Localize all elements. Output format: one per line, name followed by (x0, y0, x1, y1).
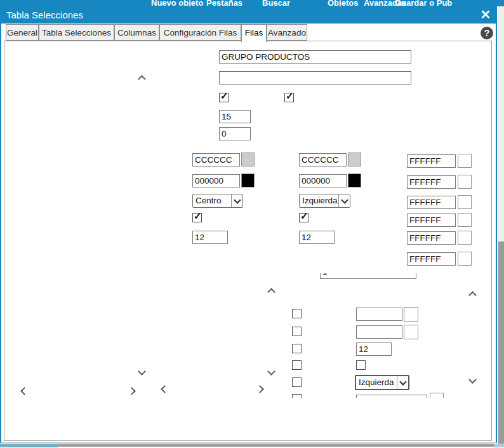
toolbar-item-guardar-o-pub[interactable]: Guardar o Pub (395, 0, 452, 6)
borde-izquierdo-input[interactable] (407, 175, 456, 189)
tab-filas[interactable]: Filas (241, 24, 267, 42)
dialog-title: Tabla Selecciones (6, 10, 83, 20)
borde-inferior-input[interactable] (407, 214, 456, 227)
visible-checkbox[interactable]: ✓ (284, 93, 294, 102)
fmt-clipped-swatch (430, 393, 444, 398)
borde-superior-swatch (458, 154, 472, 168)
tab-general[interactable]: General (6, 24, 39, 41)
borde-derecho-input[interactable] (407, 196, 456, 209)
col-alineacion-select[interactable]: Centro (192, 194, 243, 208)
tab-columnas[interactable]: Columnas (114, 24, 159, 41)
fmt-color-texto-input[interactable] (356, 325, 402, 339)
fmt-color-texto-checkbox[interactable] (292, 327, 302, 336)
col-alto-texto-input[interactable] (192, 231, 228, 244)
borde-superior-input[interactable] (407, 154, 456, 168)
alto-input[interactable] (219, 110, 251, 123)
fmt-color-fondo-input[interactable] (356, 308, 402, 321)
toolbar-item-nuevo-objeto[interactable]: Nuevo objeto (151, 0, 203, 6)
fmt-alineacion-select[interactable]: Izquierda (355, 375, 409, 390)
tit-negrita-checkbox[interactable]: ✓ (299, 213, 308, 222)
chevron-down-icon (397, 376, 408, 389)
fmt-color-fondo-checkbox[interactable] (292, 309, 302, 318)
check-icon: ✓ (286, 90, 294, 102)
page-hscrollbar-right-segment (494, 444, 504, 447)
fmt-alineacion-checkbox[interactable] (292, 377, 302, 387)
page-scrollbar-thumb[interactable] (498, 241, 504, 444)
tab-avanzado[interactable]: Avanzado (267, 24, 307, 41)
screen: Nuevo objeto Pestañas Buscar Objetos Ava… (0, 0, 504, 448)
tit-color-fondo-input[interactable] (299, 153, 347, 166)
col-color-fondo-swatch (241, 153, 255, 166)
borde-separacion-columna-swatch (458, 252, 472, 266)
check-icon: ✓ (220, 90, 229, 102)
encabezado-checkbox[interactable]: ✓ (219, 93, 229, 102)
tit-alineacion-select[interactable]: Izquierda (299, 194, 350, 208)
borde-inferior-swatch (458, 213, 472, 227)
col-alineacion-value: Centro (196, 196, 222, 205)
col-color-fondo-input[interactable] (192, 153, 240, 166)
borde-separacion-columna-input[interactable] (407, 252, 456, 266)
check-icon: ✓ (194, 210, 202, 222)
tit-alineacion-value: Izquierda (302, 196, 338, 205)
fmt-clipped-checkbox[interactable] (292, 394, 302, 398)
margen-titulo-input[interactable] (219, 127, 251, 140)
fmt-alineacion-value: Izquierda (359, 377, 394, 387)
fmt-negrita-checkbox[interactable] (292, 360, 302, 370)
chevron-down-icon (231, 194, 242, 207)
close-icon[interactable]: ✕ (477, 7, 494, 23)
toolbar-item-buscar[interactable]: Buscar (262, 0, 290, 6)
background-toolbar: Nuevo objeto Pestañas Buscar Objetos Ava… (0, 0, 504, 6)
fmt-alto-texto-checkbox[interactable] (292, 344, 302, 353)
tab-configuracion-filas[interactable]: Configuración Filas (159, 24, 241, 41)
borde-columna-titulo-input[interactable] (407, 231, 456, 245)
fmt-color-texto-swatch (404, 325, 418, 339)
tab-tabla-selecciones[interactable]: Tabla Selecciones (39, 24, 114, 41)
chevron-down-icon (338, 194, 350, 207)
expandir-input[interactable] (320, 273, 416, 279)
page-hscrollbar[interactable] (58, 444, 494, 447)
col-color-texto-swatch (241, 173, 255, 187)
borde-izquierdo-swatch (458, 175, 472, 189)
tit-color-texto-input[interactable] (299, 174, 347, 187)
fmt-color-fondo-swatch (404, 307, 418, 322)
check-icon: ✓ (300, 210, 308, 222)
fmt-alto-texto-input[interactable] (356, 343, 392, 356)
titulo-input[interactable] (219, 71, 411, 85)
col-negrita-checkbox[interactable]: ✓ (192, 213, 202, 222)
nombre-input[interactable] (219, 50, 411, 64)
fmt-negrita-value-checkbox[interactable] (356, 360, 366, 370)
help-icon[interactable]: ? (481, 27, 493, 39)
col-color-texto-input[interactable] (192, 174, 240, 187)
tit-alto-texto-input[interactable] (299, 231, 335, 244)
tit-color-texto-swatch (348, 173, 361, 187)
borde-derecho-swatch (458, 195, 472, 209)
borde-columna-titulo-swatch (458, 231, 472, 245)
page-hscrollbar-left-segment (0, 444, 58, 447)
tit-color-fondo-swatch (348, 153, 361, 166)
toolbar-item-pestanas[interactable]: Pestañas (206, 0, 242, 6)
toolbar-item-objetos[interactable]: Objetos (328, 0, 358, 6)
